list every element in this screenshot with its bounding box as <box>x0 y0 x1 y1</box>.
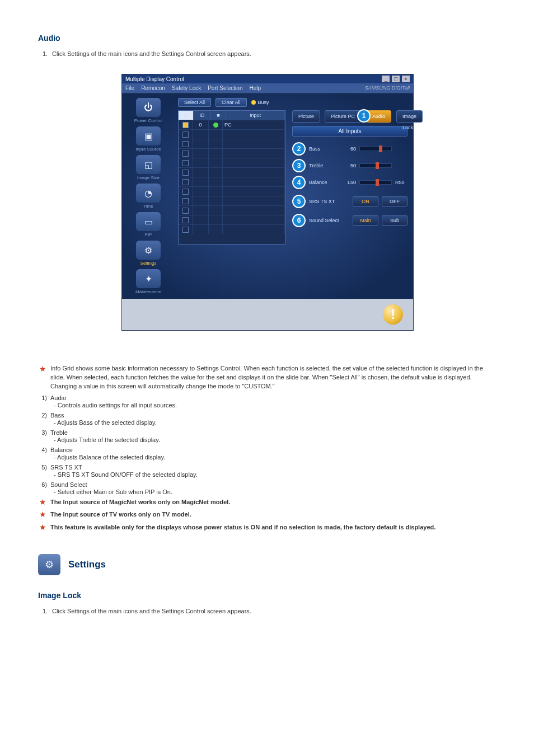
maximize-icon[interactable]: □ <box>392 76 400 82</box>
note-item: 3)Treble <box>38 429 496 436</box>
row-id <box>193 158 209 167</box>
grid-header: ☑ ID ■ Input <box>179 111 285 120</box>
table-row[interactable] <box>179 186 285 196</box>
statusbar: ! <box>122 299 413 330</box>
row-checkbox[interactable] <box>179 158 193 167</box>
row-id <box>193 196 209 205</box>
settings-heading: Settings <box>68 559 106 570</box>
note-title: Treble <box>50 429 68 436</box>
sidebar-icon: ▭ <box>136 212 161 231</box>
step-number: 1. <box>43 608 50 614</box>
menu-safety-lock[interactable]: Safety Lock <box>172 85 201 91</box>
menu-file[interactable]: File <box>125 85 134 91</box>
note-item: 5)SRS TS XT <box>38 464 496 471</box>
row-checkbox[interactable] <box>179 206 193 215</box>
note-number: 2) <box>38 412 47 419</box>
menu-port-selection[interactable]: Port Selection <box>208 85 242 91</box>
table-row[interactable] <box>179 196 285 205</box>
audio-step-1: 1. Click Settings of the main icons and … <box>38 50 496 57</box>
treble-slider[interactable] <box>359 163 392 168</box>
minimize-icon[interactable]: _ <box>382 76 390 82</box>
row-checkbox[interactable] <box>179 139 193 148</box>
window-system-buttons[interactable]: _ □ × <box>381 76 410 82</box>
row-checkbox[interactable] <box>179 149 193 158</box>
row-input <box>223 196 285 205</box>
bass-row: 2Bass60 <box>292 142 407 156</box>
all-inputs-button[interactable]: All Inputs <box>292 126 407 137</box>
row-id <box>193 215 209 224</box>
menu-help[interactable]: Help <box>249 85 261 91</box>
sidebar-item-power-control[interactable]: ⏻Power Control <box>128 98 169 123</box>
note-sub: - Adjusts Treble of the selected display… <box>54 436 496 443</box>
table-row[interactable] <box>179 205 285 215</box>
settings-heading-block: ⚙ Settings <box>38 554 496 575</box>
sidebar-label: Settings <box>128 261 169 266</box>
row-checkbox[interactable] <box>179 130 193 139</box>
table-row[interactable] <box>179 167 285 177</box>
balance-slider[interactable] <box>359 180 392 185</box>
bass-slider[interactable] <box>359 147 392 151</box>
treble-value: 50 <box>344 163 356 168</box>
grid-col-status: ■ <box>211 111 226 120</box>
sidebar-item-maintenance[interactable]: ✦Maintenance <box>128 269 169 294</box>
sidebar-item-input-source[interactable]: ▣Input Source <box>128 126 169 152</box>
srs-on-button[interactable]: ON <box>353 196 378 206</box>
table-row[interactable] <box>179 148 285 158</box>
table-row[interactable] <box>179 177 285 186</box>
row-checkbox[interactable] <box>179 177 193 186</box>
note-title: Sound Select <box>50 481 87 488</box>
balance-row: 4BalanceL50R50 <box>292 176 407 189</box>
note-item: 2)Bass <box>38 412 496 419</box>
tab-image-lock[interactable]: Image Lock <box>396 110 423 123</box>
table-row[interactable] <box>179 224 285 234</box>
tab-picture-pc[interactable]: Picture PC <box>325 110 361 123</box>
sidebar-item-pip[interactable]: ▭PIP <box>128 212 169 237</box>
row-id: 0 <box>193 120 209 129</box>
busy-indicator: Busy <box>251 100 269 105</box>
note-item: 4)Balance <box>38 447 496 453</box>
row-input <box>223 158 285 167</box>
row-checkbox[interactable] <box>179 215 193 224</box>
sound-select-label: Sound Select <box>309 218 349 223</box>
grid-col-input: Input <box>226 111 285 120</box>
row-checkbox[interactable] <box>179 187 193 196</box>
note-title: Balance <box>50 447 73 453</box>
srs-off-button[interactable]: OFF <box>382 196 407 206</box>
grid-col-checkbox[interactable]: ☑ <box>179 111 194 120</box>
menu-remocon[interactable]: Remocon <box>141 85 165 91</box>
sidebar-item-time[interactable]: ◔Time <box>128 184 169 209</box>
row-checkbox[interactable] <box>179 120 193 129</box>
table-row[interactable] <box>179 139 285 148</box>
table-row[interactable]: 0PC <box>179 120 285 129</box>
row-checkbox[interactable] <box>179 196 193 205</box>
sound-main-button[interactable]: Main <box>353 215 378 226</box>
row-checkbox[interactable] <box>179 168 193 177</box>
table-row[interactable] <box>179 215 285 224</box>
bass-value: 60 <box>344 146 356 152</box>
close-icon[interactable]: × <box>402 76 410 82</box>
select-all-button[interactable]: Select All <box>178 98 211 107</box>
sidebar-item-image-size[interactable]: ◱Image Size <box>128 155 169 180</box>
sidebar-label: Power Control <box>128 118 169 123</box>
star-icon: ★ <box>38 523 47 532</box>
row-id <box>193 187 209 196</box>
row-id <box>193 225 209 234</box>
table-row[interactable] <box>179 129 285 139</box>
note-sub: - SRS TS XT Sound ON/OFF of the selected… <box>54 471 496 478</box>
srs-row: 5 SRS TS XT ON OFF <box>292 195 407 208</box>
table-row[interactable] <box>179 158 285 167</box>
balance-label: Balance <box>309 180 340 185</box>
callout-badge-5: 5 <box>292 195 306 208</box>
sound-sub-button[interactable]: Sub <box>382 215 407 226</box>
note-tv: The Input source of TV works only on TV … <box>50 510 191 519</box>
sidebar-label: Time <box>128 204 169 209</box>
row-checkbox[interactable] <box>179 225 193 234</box>
callout-badge-6: 6 <box>292 214 306 227</box>
intro-note: Info Grid shows some basic information n… <box>50 364 496 391</box>
tab-picture[interactable]: Picture <box>292 110 320 123</box>
note-power: This feature is available only for the d… <box>50 523 435 532</box>
clear-all-button[interactable]: Clear All <box>216 98 247 107</box>
sidebar-item-settings[interactable]: ⚙Settings <box>128 241 169 266</box>
bass-label: Bass <box>309 146 340 152</box>
star-icon: ★ <box>38 365 47 391</box>
